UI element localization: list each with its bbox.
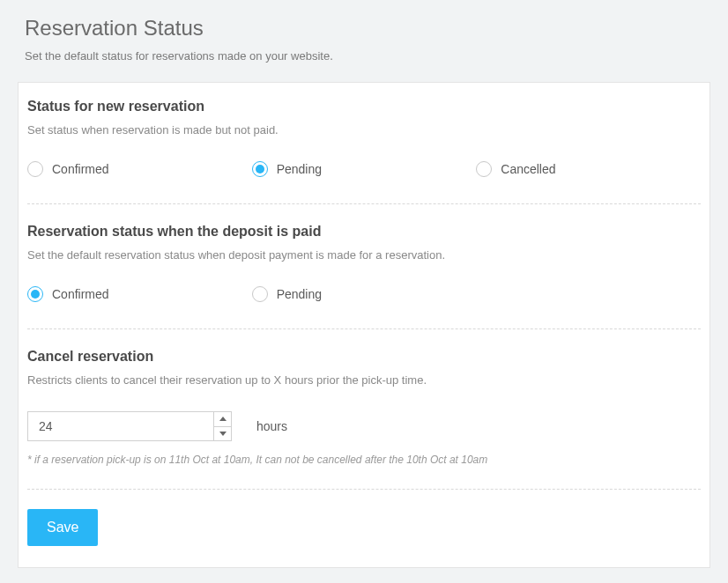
page-subtitle: Set the default status for reservations …	[25, 49, 703, 63]
radio-icon	[27, 161, 43, 177]
radio-spacer	[476, 286, 701, 302]
radio-group-new-reservation: Confirmed Pending Cancelled	[27, 161, 701, 177]
cancel-reservation-section: Cancel reservation Restricts clients to …	[27, 349, 701, 466]
hours-input-wrapper	[27, 411, 232, 441]
hours-input[interactable]	[28, 412, 213, 440]
radio-icon	[252, 161, 268, 177]
section-title: Cancel reservation	[27, 349, 701, 365]
divider	[27, 328, 701, 329]
chevron-up-icon	[219, 417, 227, 421]
radio-label: Confirmed	[52, 287, 109, 301]
note-text: * if a reservation pick-up is on 11th Oc…	[27, 454, 701, 466]
section-desc: Set the default reservation status when …	[27, 248, 701, 262]
section-title: Status for new reservation	[27, 99, 701, 114]
save-button[interactable]: Save	[27, 509, 98, 546]
page-title: Reservation Status	[25, 16, 703, 41]
radio-label: Pending	[277, 287, 322, 301]
radio-icon	[476, 161, 492, 177]
divider	[27, 489, 701, 490]
spinner-up-button[interactable]	[214, 412, 231, 427]
radio-group-deposit-paid: Confirmed Pending	[27, 286, 701, 302]
radio-confirmed[interactable]: Confirmed	[27, 161, 252, 177]
radio-icon	[27, 286, 43, 302]
radio-label: Cancelled	[501, 162, 555, 176]
section-desc: Set status when reservation is made but …	[27, 123, 701, 137]
hours-input-row: hours	[27, 411, 701, 441]
section-desc: Restricts clients to cancel their reserv…	[27, 373, 701, 387]
radio-cancelled[interactable]: Cancelled	[476, 161, 701, 177]
spinner-buttons	[213, 412, 231, 440]
deposit-paid-section: Reservation status when the deposit is p…	[27, 224, 701, 302]
section-title: Reservation status when the deposit is p…	[27, 224, 701, 240]
unit-label: hours	[256, 419, 287, 433]
radio-pending[interactable]: Pending	[252, 161, 477, 177]
chevron-down-icon	[219, 432, 227, 436]
settings-card: Status for new reservation Set status wh…	[18, 82, 710, 568]
spinner-down-button[interactable]	[214, 427, 231, 441]
radio-label: Pending	[277, 162, 322, 176]
page-header: Reservation Status Set the default statu…	[0, 0, 728, 82]
new-reservation-section: Status for new reservation Set status wh…	[27, 99, 701, 177]
radio-pending[interactable]: Pending	[252, 286, 477, 302]
radio-icon	[252, 286, 268, 302]
divider	[27, 203, 701, 204]
radio-label: Confirmed	[52, 162, 109, 176]
radio-confirmed[interactable]: Confirmed	[27, 286, 252, 302]
